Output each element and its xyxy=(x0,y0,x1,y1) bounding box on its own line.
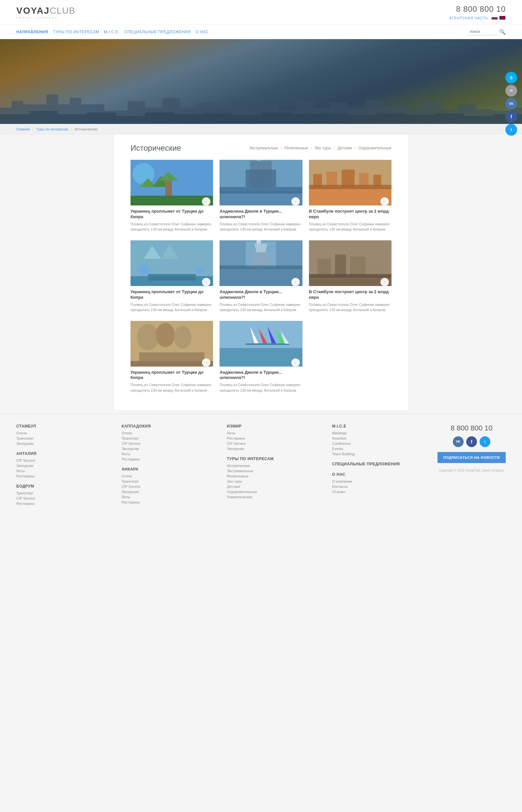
cat-religious[interactable]: Религиозные xyxy=(284,146,308,150)
arrow-icon-3: › xyxy=(384,199,385,204)
footer-link-health[interactable]: Оздоровительные xyxy=(227,490,324,494)
card-2-title[interactable]: Анджелина Джоли в Турции... шпионила?! xyxy=(220,209,302,220)
cat-kids[interactable]: Детские xyxy=(337,146,352,150)
card-8-title[interactable]: Анджелина Джоли в Турции... шпионила?! xyxy=(220,370,302,381)
nav-item-tours[interactable]: ТУРЫ ПО ИНТЕРЕСАМ xyxy=(53,30,99,34)
footer-section-istanbul: СТАМБУЛ Отели Транспорт Экскурсии xyxy=(16,424,114,445)
card-3-arrow[interactable]: › xyxy=(380,197,389,206)
footer-link-istanbul-hotels[interactable]: Отели xyxy=(16,431,114,435)
footer-link-ank-cip[interactable]: CIP Service xyxy=(122,484,219,488)
footer-link-kids[interactable]: Детские xyxy=(227,484,324,488)
footer-link-istanbul-transport[interactable]: Транспорт xyxy=(16,436,114,440)
footer-link-ank-excursions[interactable]: Экскурсии xyxy=(122,490,219,494)
footer-link-reviews[interactable]: Отзывы xyxy=(332,490,429,494)
footer-link-ank-transport[interactable]: Транспорт xyxy=(122,479,219,483)
footer-link-bodrum-restaurants[interactable]: Рестораны xyxy=(16,502,114,505)
footer-tw-btn[interactable]: t xyxy=(480,436,490,447)
flag-uk[interactable] xyxy=(499,16,506,20)
card-8-desc: Пловец из Севастополя Олег Софиник намер… xyxy=(220,382,302,393)
footer-link-incentive[interactable]: Incentive xyxy=(332,436,429,440)
cat-eco[interactable]: Эко туры xyxy=(315,146,331,150)
breadcrumb-tours[interactable]: Туры по интересам xyxy=(36,127,68,131)
card-4-image[interactable] xyxy=(130,240,213,286)
footer-link-religious[interactable]: Религиозные xyxy=(227,474,324,478)
card-5-title[interactable]: Анджелина Джоли в Турции... шпионила?! xyxy=(220,289,302,300)
agent-link[interactable]: АГЕНТСКАЯ ЧАСТЬ xyxy=(449,16,488,20)
card-7-image[interactable] xyxy=(130,321,213,367)
footer-link-events[interactable]: Events xyxy=(332,447,429,451)
social-tw-btn[interactable]: t xyxy=(505,124,517,136)
nav-item-special[interactable]: СПЕЦИАЛЬНЫЕ ПРЕДЛОЖЕНИЯ xyxy=(124,30,191,34)
footer-link-antalya-yachts[interactable]: Яхты xyxy=(16,469,114,473)
nav-item-about[interactable]: О НАС xyxy=(196,30,209,34)
card-3-title[interactable]: В Стамбуле построят центр за 2 млрд евро xyxy=(309,209,392,220)
footer-link-bodrum-cip[interactable]: CIP Service xyxy=(16,496,114,500)
footer-col-1: СТАМБУЛ Отели Транспорт Экскурсии АНТАЛИ… xyxy=(16,424,114,507)
logo[interactable]: VOYAJ CLUB xyxy=(16,5,75,16)
page-title: Исторические xyxy=(130,144,181,153)
breadcrumb-current: Исторические xyxy=(75,127,98,131)
footer-link-cap-excursions[interactable]: Экскурсии xyxy=(122,447,219,451)
nav-item-directions[interactable]: НАПРАВЛЕНИЯ xyxy=(16,30,48,34)
footer-link-teambuilding[interactable]: Team Building xyxy=(332,452,429,456)
footer-link-antalya-restaurants[interactable]: Рестораны xyxy=(16,474,114,478)
card-5-image[interactable] xyxy=(220,240,302,286)
footer-link-ank-restaurants[interactable]: Рестораны xyxy=(122,500,219,504)
card-2-arrow[interactable]: › xyxy=(292,197,300,206)
footer-link-antalya-cip[interactable]: CIP Service xyxy=(16,458,114,462)
card-1-image[interactable] xyxy=(130,160,213,205)
footer-link-romantic[interactable]: Романтические xyxy=(227,495,324,499)
footer-link-cap-transport[interactable]: Транспорт xyxy=(122,436,219,440)
card-4-title[interactable]: Украинец проплывет от Турции до Кипра xyxy=(130,289,213,300)
cat-health[interactable]: Оздоровительные xyxy=(359,146,392,150)
subscribe-button[interactable]: ПОДПИСАТЬСЯ НА НОВОСТИ xyxy=(438,452,506,463)
social-skype-btn[interactable]: S xyxy=(505,72,517,83)
social-vk-btn[interactable]: VK xyxy=(505,98,517,109)
card-7-arrow[interactable]: › xyxy=(202,358,210,367)
footer-link-istanbul-excursions[interactable]: Экскурсии xyxy=(16,441,114,445)
card-7-title[interactable]: Украинец проплывет от Турции до Кипра xyxy=(130,370,213,381)
footer-link-cap-restaurants[interactable]: Рестораны xyxy=(122,457,219,461)
footer-link-izm-cip[interactable]: CIP Service xyxy=(227,441,324,445)
footer-link-eco[interactable]: Эко туры xyxy=(227,479,324,483)
breadcrumb-home[interactable]: Главная xyxy=(16,127,30,131)
footer-col-title-mice: M.I.C.E xyxy=(332,424,429,429)
footer-link-cap-cip[interactable]: CIP Service xyxy=(122,441,219,445)
card-6-title[interactable]: В Стамбуле построят центр за 2 млрд евро xyxy=(309,289,392,300)
footer-fb-btn[interactable]: f xyxy=(466,436,477,447)
footer-col-title-istanbul: СТАМБУЛ xyxy=(16,424,114,429)
footer-link-izm-excursions[interactable]: Экскурсии xyxy=(227,447,324,451)
footer-link-historical[interactable]: Исторические xyxy=(227,464,324,467)
flag-ru[interactable] xyxy=(491,16,498,20)
card-6-arrow[interactable]: › xyxy=(380,278,389,286)
card-5-arrow[interactable]: › xyxy=(292,278,300,286)
social-email-btn[interactable]: ✉ xyxy=(505,85,517,97)
footer-link-izm-yachts[interactable]: Яхты xyxy=(227,431,324,435)
card-2-image[interactable] xyxy=(220,160,302,205)
footer-link-antalya-excursions[interactable]: Экскурсии xyxy=(16,464,114,467)
card-3: › В Стамбуле построят центр за 2 млрд ев… xyxy=(309,160,392,232)
footer-link-izm-restaurants[interactable]: Рестораны xyxy=(227,436,324,440)
footer-link-extreme[interactable]: Экстремальные xyxy=(227,469,324,473)
cat-extreme[interactable]: Экстремальные xyxy=(249,146,278,150)
card-8-image[interactable] xyxy=(220,321,302,367)
footer-link-ank-hotels[interactable]: Отели xyxy=(122,474,219,478)
footer-link-meetings[interactable]: Meetings xyxy=(332,431,429,435)
footer-link-conference[interactable]: Conference xyxy=(332,441,429,445)
footer-link-cap-hotels[interactable]: Отели xyxy=(122,431,219,435)
footer-link-company[interactable]: О компании xyxy=(332,479,429,483)
footer-link-contacts[interactable]: Контакты xyxy=(332,484,429,488)
footer-link-bodrum-transport[interactable]: Транспорт xyxy=(16,491,114,495)
card-4-arrow[interactable]: › xyxy=(202,278,210,286)
social-fb-btn[interactable]: f xyxy=(505,111,517,123)
footer-link-ank-yachts[interactable]: Яхты xyxy=(122,495,219,499)
search-input[interactable] xyxy=(468,28,498,35)
nav-item-mice[interactable]: M.I.C.E. xyxy=(104,30,119,34)
footer-vk-btn[interactable]: VK xyxy=(453,436,464,447)
card-1-title[interactable]: Украинец проплывет от Турции до Кипра xyxy=(130,209,213,220)
card-3-image[interactable] xyxy=(309,160,392,205)
card-6-image[interactable] xyxy=(309,240,392,286)
search-icon[interactable]: 🔍 xyxy=(499,29,506,35)
card-8-arrow[interactable]: › xyxy=(292,358,300,367)
footer-link-cap-yachts[interactable]: Яхты xyxy=(122,452,219,456)
